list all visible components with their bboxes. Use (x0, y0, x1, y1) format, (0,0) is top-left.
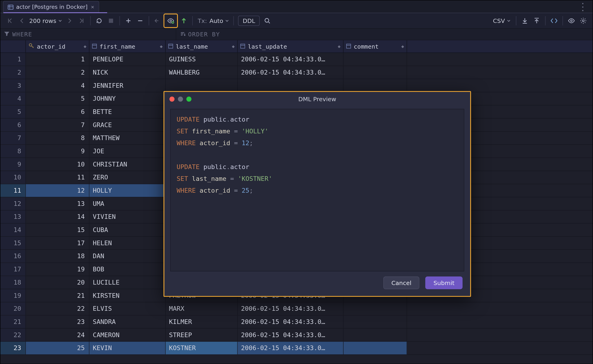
cell-actor-id[interactable]: 6 (26, 105, 89, 118)
cell-actor-id[interactable]: 8 (26, 132, 89, 144)
header-rownum[interactable] (0, 40, 26, 52)
row-number[interactable]: 23 (0, 342, 26, 355)
cell-last-name[interactable]: MARX (166, 302, 238, 315)
row-number[interactable]: 9 (0, 158, 26, 171)
dialog-titlebar[interactable]: DML Preview (164, 92, 470, 106)
row-number[interactable]: 19 (0, 289, 26, 302)
cell-first-name[interactable]: PENELOPE (89, 53, 166, 66)
table-row[interactable]: 11PENELOPEGUINESS2006-02-15 04:34:33.0… (0, 53, 593, 66)
cell-actor-id[interactable]: 4 (26, 79, 89, 92)
tab-actor[interactable]: actor [Postgres in Docker] × (3, 1, 99, 13)
header-comment[interactable]: comment ◆ (344, 40, 407, 52)
cell-actor-id[interactable]: 1 (26, 53, 89, 66)
row-number[interactable]: 6 (0, 118, 26, 131)
cell-last-name[interactable] (166, 79, 238, 92)
cell-first-name[interactable]: ELVIS (89, 302, 166, 315)
row-number[interactable]: 17 (0, 263, 26, 276)
close-icon[interactable]: × (91, 4, 94, 10)
submit-dialog-button[interactable]: Submit (425, 276, 463, 289)
cell-last-update[interactable]: 2006-02-15 04:34:33.0… (238, 302, 344, 315)
cell-first-name[interactable]: DAN (89, 250, 166, 263)
remove-row-button[interactable] (134, 15, 146, 27)
cell-first-name[interactable]: CHRISTIAN (89, 158, 166, 171)
cell-actor-id[interactable]: 10 (26, 158, 89, 171)
table-row[interactable]: 2123SANDRAKILMER2006-02-15 04:34:33.0… (0, 315, 593, 329)
table-row[interactable]: 34JENNIFER (0, 79, 593, 92)
cell-actor-id[interactable]: 7 (26, 118, 89, 131)
cell-actor-id[interactable]: 20 (26, 276, 89, 289)
row-number[interactable]: 14 (0, 224, 26, 236)
cell-actor-id[interactable]: 23 (26, 315, 89, 328)
cell-actor-id[interactable]: 15 (26, 224, 89, 236)
cell-actor-id[interactable]: 24 (26, 329, 89, 341)
cell-first-name[interactable]: CAMERON (89, 329, 166, 341)
revert-button[interactable] (152, 15, 163, 27)
cell-last-name[interactable]: STREEP (166, 329, 238, 341)
cell-first-name[interactable]: JOE (89, 145, 166, 157)
settings-button[interactable] (577, 15, 589, 27)
cell-last-update[interactable]: 2006-02-15 04:34:33.0… (238, 342, 344, 355)
cell-first-name[interactable]: MATTHEW (89, 132, 166, 144)
cell-last-name[interactable]: GUINESS (166, 53, 238, 66)
cell-comment[interactable] (344, 342, 407, 355)
orderby-filter[interactable]: ORDER BY (176, 29, 223, 40)
row-number[interactable]: 10 (0, 171, 26, 184)
table-row[interactable]: 22NICKWAHLBERG2006-02-15 04:34:33.0… (0, 66, 593, 79)
table-row[interactable]: 2224CAMERONSTREEP2006-02-15 04:34:33.0… (0, 329, 593, 342)
cell-first-name[interactable]: BETTE (89, 105, 166, 118)
cell-actor-id[interactable]: 11 (26, 171, 89, 184)
table-row[interactable]: 2022ELVISMARX2006-02-15 04:34:33.0… (0, 302, 593, 316)
add-row-button[interactable] (122, 15, 134, 27)
cell-actor-id[interactable]: 22 (26, 302, 89, 315)
row-number[interactable]: 4 (0, 92, 26, 105)
cell-actor-id[interactable]: 18 (26, 250, 89, 263)
first-page-button[interactable] (4, 15, 15, 27)
cell-actor-id[interactable]: 25 (26, 342, 89, 355)
row-number[interactable]: 5 (0, 105, 26, 118)
prev-page-button[interactable] (16, 15, 27, 27)
submit-button[interactable] (178, 15, 190, 27)
tx-dropdown[interactable]: Auto (208, 17, 231, 24)
row-number[interactable]: 8 (0, 145, 26, 157)
cell-first-name[interactable]: KIRSTEN (89, 289, 166, 302)
cell-first-name[interactable]: NICK (89, 66, 166, 79)
cell-last-update[interactable]: 2006-02-15 04:34:33.0… (238, 315, 344, 328)
cell-first-name[interactable]: UMA (89, 197, 166, 210)
rows-dropdown[interactable]: 200 rows (27, 17, 64, 24)
row-number[interactable]: 11 (0, 184, 26, 197)
last-page-button[interactable] (76, 15, 88, 27)
row-number[interactable]: 15 (0, 237, 26, 249)
row-number[interactable]: 2 (0, 66, 26, 79)
cell-last-update[interactable]: 2006-02-15 04:34:33.0… (238, 53, 344, 66)
search-button[interactable] (261, 15, 273, 27)
download-button[interactable] (519, 15, 531, 27)
next-page-button[interactable] (64, 15, 76, 27)
cell-actor-id[interactable]: 2 (26, 66, 89, 79)
more-icon[interactable]: ⋮ (575, 1, 590, 13)
cell-first-name[interactable]: HELEN (89, 237, 166, 249)
cell-last-update[interactable]: 2006-02-15 04:34:33.0… (238, 66, 344, 79)
cell-first-name[interactable]: ZERO (89, 171, 166, 184)
row-number[interactable]: 13 (0, 210, 26, 223)
cell-first-name[interactable]: VIVIEN (89, 210, 166, 223)
cell-actor-id[interactable]: 14 (26, 210, 89, 223)
header-actor-id[interactable]: actor_id ◆ (26, 40, 89, 52)
cell-actor-id[interactable]: 19 (26, 263, 89, 276)
cancel-button[interactable]: Cancel (383, 276, 419, 289)
cell-first-name[interactable]: KEVIN (89, 342, 166, 355)
cell-first-name[interactable]: SANDRA (89, 315, 166, 328)
cell-last-name[interactable]: KOSTNER (166, 342, 238, 355)
row-number[interactable]: 1 (0, 53, 26, 66)
cell-first-name[interactable]: LUCILLE (89, 276, 166, 289)
header-last-update[interactable]: last_update ◆ (238, 40, 344, 52)
cell-actor-id[interactable]: 13 (26, 197, 89, 210)
upload-button[interactable] (531, 15, 542, 27)
sql-preview[interactable]: UPDATE public.actor SET first_name = 'HO… (170, 109, 464, 271)
header-last-name[interactable]: last_name ◆ (166, 40, 238, 52)
row-number[interactable]: 18 (0, 276, 26, 289)
cell-comment[interactable] (344, 329, 407, 341)
cell-actor-id[interactable]: 17 (26, 237, 89, 249)
row-number[interactable]: 7 (0, 132, 26, 144)
cell-comment[interactable] (344, 302, 407, 315)
cell-comment[interactable] (344, 66, 407, 79)
